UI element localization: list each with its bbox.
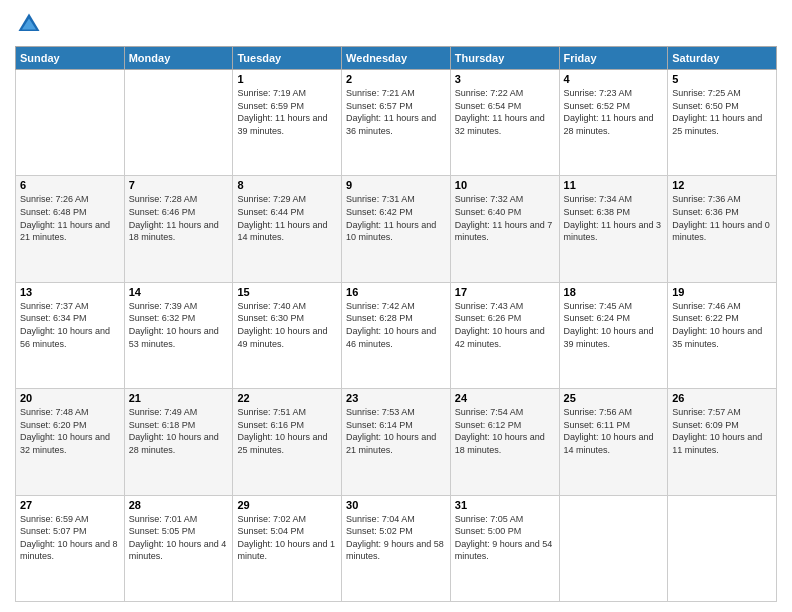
- calendar-header: SundayMondayTuesdayWednesdayThursdayFrid…: [16, 47, 777, 70]
- day-info: Sunrise: 6:59 AMSunset: 5:07 PMDaylight:…: [20, 513, 120, 563]
- calendar-cell: 17Sunrise: 7:43 AMSunset: 6:26 PMDayligh…: [450, 282, 559, 388]
- calendar-cell: [124, 70, 233, 176]
- calendar: SundayMondayTuesdayWednesdayThursdayFrid…: [15, 46, 777, 602]
- weekday-header-saturday: Saturday: [668, 47, 777, 70]
- calendar-cell: 7Sunrise: 7:28 AMSunset: 6:46 PMDaylight…: [124, 176, 233, 282]
- weekday-header-monday: Monday: [124, 47, 233, 70]
- day-info: Sunrise: 7:39 AMSunset: 6:32 PMDaylight:…: [129, 300, 229, 350]
- calendar-cell: 20Sunrise: 7:48 AMSunset: 6:20 PMDayligh…: [16, 389, 125, 495]
- calendar-cell: 13Sunrise: 7:37 AMSunset: 6:34 PMDayligh…: [16, 282, 125, 388]
- day-number: 11: [564, 179, 664, 191]
- logo: [15, 10, 47, 38]
- day-number: 23: [346, 392, 446, 404]
- calendar-cell: 3Sunrise: 7:22 AMSunset: 6:54 PMDaylight…: [450, 70, 559, 176]
- day-info: Sunrise: 7:36 AMSunset: 6:36 PMDaylight:…: [672, 193, 772, 243]
- day-info: Sunrise: 7:56 AMSunset: 6:11 PMDaylight:…: [564, 406, 664, 456]
- day-info: Sunrise: 7:45 AMSunset: 6:24 PMDaylight:…: [564, 300, 664, 350]
- day-info: Sunrise: 7:49 AMSunset: 6:18 PMDaylight:…: [129, 406, 229, 456]
- calendar-cell: 2Sunrise: 7:21 AMSunset: 6:57 PMDaylight…: [342, 70, 451, 176]
- day-info: Sunrise: 7:23 AMSunset: 6:52 PMDaylight:…: [564, 87, 664, 137]
- day-info: Sunrise: 7:22 AMSunset: 6:54 PMDaylight:…: [455, 87, 555, 137]
- day-number: 22: [237, 392, 337, 404]
- day-number: 28: [129, 499, 229, 511]
- day-number: 27: [20, 499, 120, 511]
- day-info: Sunrise: 7:05 AMSunset: 5:00 PMDaylight:…: [455, 513, 555, 563]
- weekday-header-thursday: Thursday: [450, 47, 559, 70]
- day-number: 12: [672, 179, 772, 191]
- day-number: 30: [346, 499, 446, 511]
- day-number: 26: [672, 392, 772, 404]
- day-number: 25: [564, 392, 664, 404]
- day-info: Sunrise: 7:19 AMSunset: 6:59 PMDaylight:…: [237, 87, 337, 137]
- calendar-cell: 5Sunrise: 7:25 AMSunset: 6:50 PMDaylight…: [668, 70, 777, 176]
- weekday-header-tuesday: Tuesday: [233, 47, 342, 70]
- day-info: Sunrise: 7:51 AMSunset: 6:16 PMDaylight:…: [237, 406, 337, 456]
- calendar-cell: 29Sunrise: 7:02 AMSunset: 5:04 PMDayligh…: [233, 495, 342, 601]
- day-number: 13: [20, 286, 120, 298]
- calendar-week-0: 1Sunrise: 7:19 AMSunset: 6:59 PMDaylight…: [16, 70, 777, 176]
- day-info: Sunrise: 7:28 AMSunset: 6:46 PMDaylight:…: [129, 193, 229, 243]
- calendar-cell: 6Sunrise: 7:26 AMSunset: 6:48 PMDaylight…: [16, 176, 125, 282]
- day-info: Sunrise: 7:48 AMSunset: 6:20 PMDaylight:…: [20, 406, 120, 456]
- day-info: Sunrise: 7:46 AMSunset: 6:22 PMDaylight:…: [672, 300, 772, 350]
- day-info: Sunrise: 7:02 AMSunset: 5:04 PMDaylight:…: [237, 513, 337, 563]
- calendar-cell: [559, 495, 668, 601]
- day-number: 7: [129, 179, 229, 191]
- page: SundayMondayTuesdayWednesdayThursdayFrid…: [0, 0, 792, 612]
- day-number: 31: [455, 499, 555, 511]
- day-info: Sunrise: 7:42 AMSunset: 6:28 PMDaylight:…: [346, 300, 446, 350]
- calendar-cell: 24Sunrise: 7:54 AMSunset: 6:12 PMDayligh…: [450, 389, 559, 495]
- calendar-cell: 8Sunrise: 7:29 AMSunset: 6:44 PMDaylight…: [233, 176, 342, 282]
- calendar-cell: 22Sunrise: 7:51 AMSunset: 6:16 PMDayligh…: [233, 389, 342, 495]
- calendar-week-2: 13Sunrise: 7:37 AMSunset: 6:34 PMDayligh…: [16, 282, 777, 388]
- day-info: Sunrise: 7:40 AMSunset: 6:30 PMDaylight:…: [237, 300, 337, 350]
- day-number: 5: [672, 73, 772, 85]
- calendar-cell: 16Sunrise: 7:42 AMSunset: 6:28 PMDayligh…: [342, 282, 451, 388]
- day-info: Sunrise: 7:57 AMSunset: 6:09 PMDaylight:…: [672, 406, 772, 456]
- day-number: 20: [20, 392, 120, 404]
- calendar-cell: 26Sunrise: 7:57 AMSunset: 6:09 PMDayligh…: [668, 389, 777, 495]
- calendar-cell: 11Sunrise: 7:34 AMSunset: 6:38 PMDayligh…: [559, 176, 668, 282]
- calendar-cell: 1Sunrise: 7:19 AMSunset: 6:59 PMDaylight…: [233, 70, 342, 176]
- calendar-week-3: 20Sunrise: 7:48 AMSunset: 6:20 PMDayligh…: [16, 389, 777, 495]
- day-info: Sunrise: 7:32 AMSunset: 6:40 PMDaylight:…: [455, 193, 555, 243]
- day-info: Sunrise: 7:31 AMSunset: 6:42 PMDaylight:…: [346, 193, 446, 243]
- calendar-cell: 23Sunrise: 7:53 AMSunset: 6:14 PMDayligh…: [342, 389, 451, 495]
- day-number: 4: [564, 73, 664, 85]
- day-info: Sunrise: 7:37 AMSunset: 6:34 PMDaylight:…: [20, 300, 120, 350]
- day-info: Sunrise: 7:53 AMSunset: 6:14 PMDaylight:…: [346, 406, 446, 456]
- day-number: 18: [564, 286, 664, 298]
- day-number: 15: [237, 286, 337, 298]
- day-number: 6: [20, 179, 120, 191]
- day-number: 3: [455, 73, 555, 85]
- calendar-cell: 15Sunrise: 7:40 AMSunset: 6:30 PMDayligh…: [233, 282, 342, 388]
- calendar-cell: 19Sunrise: 7:46 AMSunset: 6:22 PMDayligh…: [668, 282, 777, 388]
- day-number: 8: [237, 179, 337, 191]
- calendar-cell: [16, 70, 125, 176]
- calendar-cell: 31Sunrise: 7:05 AMSunset: 5:00 PMDayligh…: [450, 495, 559, 601]
- weekday-header-sunday: Sunday: [16, 47, 125, 70]
- day-info: Sunrise: 7:29 AMSunset: 6:44 PMDaylight:…: [237, 193, 337, 243]
- day-number: 2: [346, 73, 446, 85]
- day-number: 9: [346, 179, 446, 191]
- calendar-cell: 12Sunrise: 7:36 AMSunset: 6:36 PMDayligh…: [668, 176, 777, 282]
- day-info: Sunrise: 7:21 AMSunset: 6:57 PMDaylight:…: [346, 87, 446, 137]
- weekday-header-wednesday: Wednesday: [342, 47, 451, 70]
- day-number: 1: [237, 73, 337, 85]
- calendar-cell: 4Sunrise: 7:23 AMSunset: 6:52 PMDaylight…: [559, 70, 668, 176]
- calendar-cell: 28Sunrise: 7:01 AMSunset: 5:05 PMDayligh…: [124, 495, 233, 601]
- calendar-cell: 27Sunrise: 6:59 AMSunset: 5:07 PMDayligh…: [16, 495, 125, 601]
- calendar-cell: 25Sunrise: 7:56 AMSunset: 6:11 PMDayligh…: [559, 389, 668, 495]
- day-info: Sunrise: 7:34 AMSunset: 6:38 PMDaylight:…: [564, 193, 664, 243]
- day-info: Sunrise: 7:01 AMSunset: 5:05 PMDaylight:…: [129, 513, 229, 563]
- day-number: 29: [237, 499, 337, 511]
- logo-icon: [15, 10, 43, 38]
- day-number: 24: [455, 392, 555, 404]
- day-number: 10: [455, 179, 555, 191]
- header: [15, 10, 777, 38]
- day-info: Sunrise: 7:43 AMSunset: 6:26 PMDaylight:…: [455, 300, 555, 350]
- day-number: 17: [455, 286, 555, 298]
- calendar-cell: 18Sunrise: 7:45 AMSunset: 6:24 PMDayligh…: [559, 282, 668, 388]
- day-info: Sunrise: 7:54 AMSunset: 6:12 PMDaylight:…: [455, 406, 555, 456]
- calendar-week-1: 6Sunrise: 7:26 AMSunset: 6:48 PMDaylight…: [16, 176, 777, 282]
